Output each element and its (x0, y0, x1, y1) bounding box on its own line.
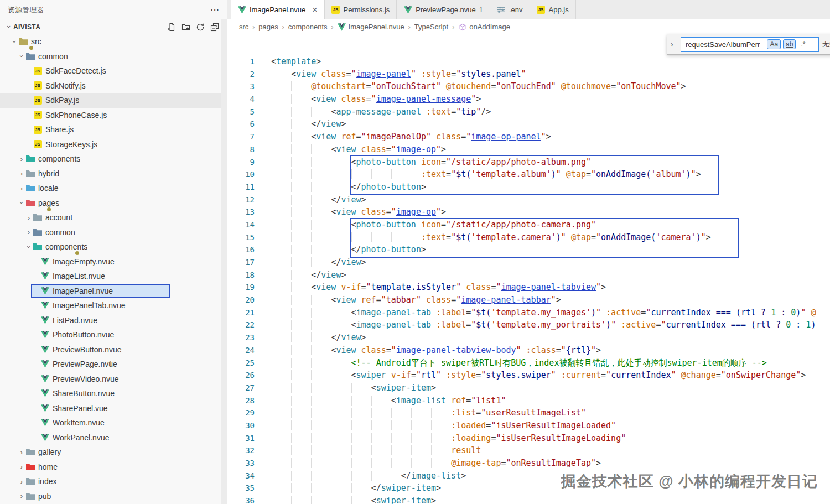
code-line[interactable]: 9 <photo-button icon="/static/app/photo-… (227, 156, 830, 169)
tree-item-home[interactable]: ›home (0, 460, 227, 475)
code-line[interactable]: 31 :loading="isUserResultImageLoading" (227, 432, 830, 445)
chevron-right-icon[interactable]: › (17, 492, 26, 500)
sidebar-scrollbar[interactable] (221, 19, 227, 504)
whole-word-toggle[interactable]: ab (783, 39, 796, 49)
tree-item-Share.js[interactable]: JSShare.js (0, 122, 227, 137)
code-line[interactable]: 19 <view v-if="template.isStyler" class=… (227, 281, 830, 294)
chevron-right-icon[interactable]: › (17, 477, 26, 486)
tab-.env[interactable]: .env (490, 0, 530, 19)
tree-item-SharePanel.vue[interactable]: SharePanel.vue (0, 401, 227, 416)
chevron-right-icon[interactable]: › (17, 155, 26, 163)
code-editor[interactable]: 1<template>2 <view class="image-panel" :… (227, 34, 830, 504)
breadcrumb-item-components[interactable]: components (288, 23, 328, 31)
collapse-all-icon[interactable] (210, 23, 219, 32)
tree-item-common[interactable]: ›common (0, 49, 227, 64)
tab-Permissions.js[interactable]: JSPermissions.js (325, 0, 397, 19)
code-line[interactable]: 3 @touchstart="onTouchStart" @touchend="… (227, 80, 830, 93)
tree-item-ImageEmpty.nvue[interactable]: ImageEmpty.nvue (0, 254, 227, 269)
tree-item-WorkPanel.nvue[interactable]: WorkPanel.nvue (0, 430, 227, 445)
tab-ImagePanel.nvue[interactable]: ImagePanel.nvue× (231, 0, 325, 19)
code-line[interactable]: 13 <view class="image-op"> (227, 206, 830, 219)
breadcrumb-item-onAddImage[interactable]: onAddImage (458, 23, 510, 31)
tree-item-WorkItem.nvue[interactable]: WorkItem.nvue (0, 415, 227, 430)
code-line[interactable]: 10 :text="$t('template.album')" @tap="on… (227, 168, 830, 181)
tree-item-pages[interactable]: ›pages (0, 196, 227, 211)
breadcrumb-item-pages[interactable]: pages (258, 23, 278, 31)
tree-item-PhotoButton.nvue[interactable]: PhotoButton.nvue (0, 328, 227, 342)
tree-item-account[interactable]: ›account (0, 210, 227, 225)
tree-item-SdkPhoneCase.js[interactable]: JSSdkPhoneCase.js (0, 108, 227, 123)
tree-item-components[interactable]: ›components (0, 152, 227, 167)
breadcrumb-item-TypeScript[interactable]: TypeScript (414, 23, 448, 31)
code-line[interactable]: 6 </view> (227, 118, 830, 131)
tree-item-hybrid[interactable]: ›hybrid (0, 167, 227, 181)
tree-item-gallery[interactable]: ›gallery (0, 445, 227, 460)
code-line[interactable]: 15 :text="$t('template.camera')" @tap="o… (227, 231, 830, 244)
refresh-icon[interactable] (196, 23, 205, 32)
chevron-down-icon[interactable]: › (18, 199, 26, 207)
tree-item-src[interactable]: ›src (0, 34, 227, 49)
tree-item-ListPad.nvue[interactable]: ListPad.nvue (0, 313, 227, 328)
code-line[interactable]: 1<template> (227, 55, 830, 68)
chevron-right-icon[interactable]: › (17, 463, 26, 471)
code-line[interactable]: 36 <swiper-item> (227, 495, 830, 504)
tree-item-ImagePanel.nvue[interactable]: ImagePanel.nvue (0, 284, 227, 299)
chevron-right-icon[interactable]: › (24, 228, 33, 236)
tree-item-StorageKeys.js[interactable]: JSStorageKeys.js (0, 137, 227, 152)
regex-toggle[interactable]: .* (798, 39, 808, 49)
code-line[interactable]: 27 <swiper-item> (227, 382, 830, 394)
match-case-toggle[interactable]: Aa (767, 39, 781, 49)
tree-item-ImagePanelTab.nvue[interactable]: ImagePanelTab.nvue (0, 298, 227, 313)
code-line[interactable]: 22 <image-panel-tab :label="$t('template… (227, 319, 830, 331)
tree-item-PreviewButton.nvue[interactable]: PreviewButton.nvue (0, 342, 227, 357)
tree-item-index[interactable]: ›index (0, 474, 227, 489)
code-line[interactable]: 16 </photo-button> (227, 243, 830, 256)
code-line[interactable]: 23 </view> (227, 331, 830, 344)
breadcrumb-item-src[interactable]: src (239, 23, 248, 31)
code-line[interactable]: 24 <view class="image-panel-tabview-body… (227, 344, 830, 357)
tree-item-PreviewPage.nvue[interactable]: PreviewPage.nvue1 (0, 357, 227, 372)
tree-item-common[interactable]: ›common (0, 225, 227, 240)
tree-item-locale[interactable]: ›locale (0, 181, 227, 196)
chevron-right-icon[interactable]: › (17, 169, 26, 178)
chevron-right-icon[interactable]: › (24, 214, 33, 222)
new-file-icon[interactable] (167, 23, 176, 32)
code-line[interactable]: 14 <photo-button icon="/static/app/photo… (227, 219, 830, 231)
chevron-right-icon[interactable]: › (17, 448, 26, 456)
find-input[interactable]: requestSaveAlbumPerr Aa ab .* (681, 37, 819, 52)
code-line[interactable]: 11 </photo-button> (227, 181, 830, 194)
code-line[interactable]: 21 <image-panel-tab :label="$t('template… (227, 306, 830, 319)
tree-item-ImageList.nvue[interactable]: ImageList.nvue (0, 269, 227, 284)
more-actions-icon[interactable]: ⋯ (210, 4, 219, 15)
tab-App.js[interactable]: JSApp.js (530, 0, 576, 19)
tree-item-pub[interactable]: ›pub (0, 489, 227, 504)
code-line[interactable]: 20 <view ref="tabbar" class="image-panel… (227, 294, 830, 306)
code-line[interactable]: 33 @image-tap="onResultImageTap"> (227, 457, 830, 470)
code-line[interactable]: 2 <view class="image-panel" :style="styl… (227, 68, 830, 81)
close-icon[interactable]: × (312, 6, 317, 14)
code-line[interactable]: 28 <image-list ref="list1" (227, 394, 830, 407)
tree-item-SdkPay.js[interactable]: JSSdkPay.js (0, 93, 227, 108)
chevron-down-icon[interactable]: › (11, 37, 19, 46)
tab-PreviewPage.nvue[interactable]: PreviewPage.nvue1 (397, 0, 490, 19)
code-line[interactable]: 5 <app-message-panel :text="tip"/> (227, 106, 830, 118)
chevron-right-icon[interactable]: › (17, 184, 26, 193)
tree-item-components[interactable]: ›components (0, 240, 227, 254)
code-line[interactable]: 17 </view> (227, 256, 830, 269)
find-expand-icon[interactable]: › (671, 40, 677, 49)
code-line[interactable]: 29 :list="userResultImageList" (227, 407, 830, 419)
new-folder-icon[interactable] (181, 23, 190, 32)
code-line[interactable]: 7 <view ref="imagePanelOp" class="image-… (227, 131, 830, 143)
code-line[interactable]: 32 result (227, 444, 830, 457)
tree-item-SdkNotify.js[interactable]: JSSdkNotify.js (0, 79, 227, 93)
tree-item-SdkFaceDetect.js[interactable]: JSSdkFaceDetect.js (0, 64, 227, 79)
section-header-aivista[interactable]: › AIVISTA (0, 19, 227, 34)
breadcrumb-item-ImagePanel.nvue[interactable]: ImagePanel.nvue (338, 23, 404, 31)
chevron-down-icon[interactable]: › (18, 52, 26, 61)
code-line[interactable]: 8 <view class="image-op"> (227, 143, 830, 156)
tree-item-PreviewVideo.nvue[interactable]: PreviewVideo.nvue (0, 372, 227, 387)
code-line[interactable]: 30 :loaded="isUserResultImageLoaded" (227, 419, 830, 432)
chevron-down-icon[interactable]: › (25, 242, 33, 251)
code-line[interactable]: 26 <swiper v-if="rtl" :style="styles.swi… (227, 369, 830, 382)
code-line[interactable]: 4 <view class="image-panel-message"> (227, 93, 830, 106)
